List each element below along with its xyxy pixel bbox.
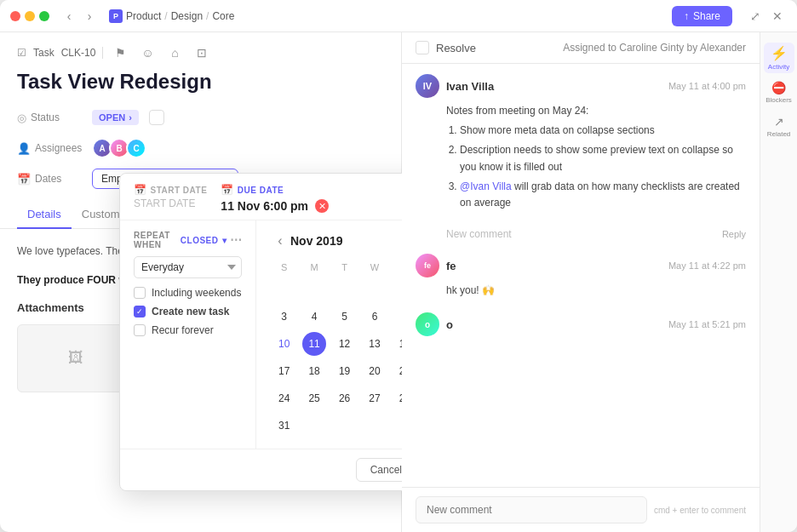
assignees-icon: 👤 bbox=[17, 142, 31, 155]
comment-point-2: Description needs to show some preview t… bbox=[460, 142, 746, 174]
tab-details[interactable]: Details bbox=[17, 201, 72, 229]
cal-day-27[interactable]: 27 bbox=[363, 386, 387, 410]
frequency-select[interactable]: Everyday bbox=[134, 256, 242, 278]
image-button[interactable]: ⊡ bbox=[192, 43, 212, 63]
cancel-button[interactable]: Cancel bbox=[356, 458, 402, 482]
day-header-wed: W bbox=[360, 260, 388, 275]
weekends-checkbox[interactable] bbox=[134, 287, 146, 299]
cal-day-12[interactable]: 12 bbox=[333, 332, 357, 356]
nav-arrows: ‹ › bbox=[60, 7, 99, 26]
tab-related[interactable]: ↗ Related bbox=[764, 111, 794, 141]
date-picker-header: 📅 START DATE START DATE 📅 DUE DATE 11 No… bbox=[120, 174, 402, 220]
comment-author-1: Ivan Villa bbox=[446, 80, 494, 93]
repeat-header: REPEAT WHEN CLOSED ▾ ⋯ bbox=[134, 231, 242, 249]
cal-day-17[interactable]: 17 bbox=[272, 359, 296, 383]
cal-day-24[interactable]: 24 bbox=[272, 386, 296, 410]
attachment-1[interactable]: 🖼 bbox=[17, 324, 134, 392]
cal-day-6[interactable]: 6 bbox=[363, 305, 387, 329]
breadcrumb-core[interactable]: Core bbox=[212, 10, 234, 22]
breadcrumb-product[interactable]: Product bbox=[126, 10, 161, 22]
cal-day-empty-2 bbox=[302, 277, 326, 301]
right-panel-header: Resolve Assigned to Caroline Ginty by Al… bbox=[402, 32, 760, 64]
breadcrumb-design[interactable]: Design bbox=[171, 10, 203, 22]
avatar-fe: fe bbox=[416, 254, 439, 277]
cal-day-14[interactable]: 14 bbox=[393, 332, 402, 356]
window-scale-button[interactable]: ⤢ bbox=[746, 7, 765, 26]
title-bar-right: ↑ Share bbox=[672, 6, 732, 26]
cal-day-20[interactable]: 20 bbox=[363, 359, 387, 383]
close-button[interactable] bbox=[10, 11, 20, 21]
cal-day-18[interactable]: 18 bbox=[302, 359, 326, 383]
due-date-clear-button[interactable]: ✕ bbox=[315, 199, 329, 213]
related-icon: ↗ bbox=[774, 115, 784, 129]
repeat-chevron-icon: ▾ bbox=[222, 236, 227, 245]
option-weekends[interactable]: Including weekends bbox=[134, 287, 242, 299]
weekends-label: Including weekends bbox=[152, 287, 241, 299]
tab-blockers[interactable]: ⛔ Blockers bbox=[764, 77, 794, 107]
title-bar: ‹ › P Product / Design / Core ↑ Share ⤢ … bbox=[0, 0, 797, 32]
cal-day-31[interactable]: 31 bbox=[272, 414, 296, 438]
emoji-button[interactable]: ☺ bbox=[137, 43, 158, 63]
tag-button[interactable]: ⌂ bbox=[164, 43, 185, 63]
cal-day-13[interactable]: 13 bbox=[363, 332, 387, 356]
status-icon: ◎ bbox=[17, 112, 26, 124]
new-comment-input[interactable] bbox=[416, 496, 647, 523]
new-comment-area: cmd + enter to comment bbox=[402, 487, 760, 532]
calendar-icon-due: 📅 bbox=[221, 184, 234, 196]
date-picker-popup: 📅 START DATE START DATE 📅 DUE DATE 11 No… bbox=[119, 173, 402, 491]
comment-item-3: o o May 11 at 5:21 pm bbox=[416, 312, 746, 336]
task-header: ☑ Task CLK-10 ⚑ ☺ ⌂ ⊡ Task View Redesign bbox=[0, 32, 401, 106]
comment-header-2: fe fe May 11 at 4:22 pm bbox=[416, 254, 746, 277]
status-row: ◎ Status OPEN › bbox=[17, 106, 384, 129]
cal-day-10[interactable]: 10 bbox=[272, 332, 296, 356]
cal-day-empty-6 bbox=[302, 414, 326, 438]
share-button[interactable]: ↑ Share bbox=[672, 6, 732, 26]
cal-day-empty-3 bbox=[333, 277, 357, 301]
window-close-button[interactable]: ✕ bbox=[768, 7, 787, 26]
resolve-checkbox[interactable] bbox=[416, 41, 429, 54]
status-chevron-icon: › bbox=[129, 112, 132, 123]
cal-day-3[interactable]: 3 bbox=[272, 305, 296, 329]
cal-day-11-today[interactable]: 11 bbox=[302, 332, 326, 356]
assignees-avatars[interactable]: A B C bbox=[92, 138, 143, 158]
blockers-tab-label: Blockers bbox=[765, 96, 792, 104]
task-type-icon: ☑ bbox=[17, 47, 26, 59]
back-arrow[interactable]: ‹ bbox=[60, 7, 78, 26]
start-date-label: 📅 START DATE bbox=[134, 184, 207, 196]
option-recur-forever[interactable]: Recur forever bbox=[134, 324, 242, 336]
attachment-image-icon: 🖼 bbox=[68, 349, 83, 367]
recur-forever-checkbox[interactable] bbox=[134, 324, 146, 336]
forward-arrow[interactable]: › bbox=[80, 7, 99, 26]
task-meta: ☑ Task CLK-10 ⚑ ☺ ⌂ ⊡ bbox=[17, 43, 384, 63]
option-new-task[interactable]: Create new task bbox=[134, 306, 242, 317]
calendar-prev-button[interactable]: ‹ bbox=[270, 231, 290, 251]
assigned-text: Assigned to Caroline Ginty by Alexander bbox=[563, 42, 746, 54]
more-options-icon[interactable]: ⋯ bbox=[230, 233, 242, 247]
minimize-button[interactable] bbox=[25, 11, 35, 21]
status-label: ◎ Status bbox=[17, 112, 85, 124]
due-date-value: 11 Nov 6:00 pm ✕ bbox=[221, 199, 402, 213]
cal-day-7[interactable]: 7 bbox=[393, 305, 402, 329]
cal-day-26[interactable]: 26 bbox=[333, 386, 357, 410]
new-task-checkbox[interactable] bbox=[134, 306, 146, 317]
activity-tab-label: Activity bbox=[768, 63, 789, 71]
maximize-button[interactable] bbox=[39, 11, 49, 21]
cal-day-4[interactable]: 4 bbox=[302, 305, 326, 329]
task-id: CLK-10 bbox=[61, 47, 96, 59]
mention-ivan[interactable]: @Ivan Villa bbox=[460, 180, 512, 192]
calendar-nav: ‹ Nov 2019 • › bbox=[270, 231, 402, 251]
tab-activity[interactable]: ⚡ Activity bbox=[764, 43, 794, 73]
cal-day-25[interactable]: 25 bbox=[302, 386, 326, 410]
flag-button[interactable]: ⚑ bbox=[110, 43, 130, 63]
cal-day-5[interactable]: 5 bbox=[333, 305, 357, 329]
cal-day-28[interactable]: 28 bbox=[393, 386, 402, 410]
resolve-label: Resolve bbox=[436, 42, 476, 54]
cal-day-19[interactable]: 19 bbox=[333, 359, 357, 383]
reply-button[interactable]: Reply bbox=[722, 229, 746, 239]
traffic-lights bbox=[10, 11, 49, 21]
status-check-button[interactable] bbox=[149, 110, 164, 125]
left-panel-wrapper: ☑ Task CLK-10 ⚑ ☺ ⌂ ⊡ Task View Redesign bbox=[0, 32, 402, 532]
status-button[interactable]: OPEN › bbox=[92, 110, 139, 125]
cal-day-21[interactable]: 21 bbox=[393, 359, 402, 383]
meta-separator bbox=[102, 47, 103, 59]
